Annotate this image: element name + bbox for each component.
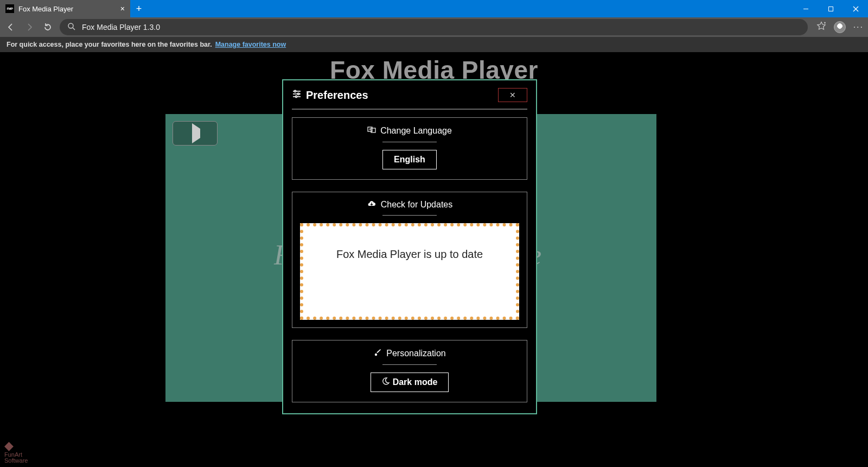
forward-button[interactable] xyxy=(23,22,36,32)
language-select[interactable]: English xyxy=(382,150,437,169)
search-icon xyxy=(67,22,75,32)
language-panel: A Change Language English xyxy=(292,117,527,180)
tab-close-icon[interactable]: × xyxy=(120,4,125,13)
play-button[interactable] xyxy=(173,121,218,146)
personalization-panel: Personalization Dark mode xyxy=(292,340,527,402)
language-label: Change Language xyxy=(380,126,452,136)
moon-icon xyxy=(382,377,390,387)
new-tab-button[interactable]: + xyxy=(130,0,148,17)
close-window-button[interactable] xyxy=(843,0,868,17)
browser-toolbar: Fox Media Player 1.3.0 ··· xyxy=(0,17,868,37)
svg-point-4 xyxy=(68,23,73,28)
favorites-bar-hint: For quick access, place your favorites h… xyxy=(7,41,212,48)
svg-point-17 xyxy=(375,354,377,356)
svg-rect-15 xyxy=(371,128,375,132)
vendor-logo-text: FunArt Software xyxy=(4,452,28,464)
modal-close-button[interactable]: ✕ xyxy=(498,88,527,102)
address-text: Fox Media Player 1.3.0 xyxy=(82,23,160,31)
address-bar[interactable]: Fox Media Player 1.3.0 xyxy=(60,19,808,35)
tab-favicon: FMP xyxy=(5,4,14,13)
close-icon: ✕ xyxy=(509,91,516,99)
favorites-star-icon[interactable] xyxy=(816,21,826,33)
modal-title: Preferences xyxy=(306,89,368,102)
reload-button[interactable] xyxy=(41,22,54,32)
vendor-logo-icon: ◆ xyxy=(4,440,28,452)
app-viewport: Fox Media Player F e Preferences ✕ xyxy=(0,52,868,467)
tab-title: Fox Media Player xyxy=(18,5,73,13)
vendor-logo: ◆ FunArt Software xyxy=(4,440,28,464)
svg-point-9 xyxy=(294,90,296,92)
favorites-bar: For quick access, place your favorites h… xyxy=(0,37,868,52)
updates-label: Check for Updates xyxy=(381,200,453,210)
preferences-modal: Preferences ✕ A Change Language English xyxy=(282,79,537,414)
more-menu-icon[interactable]: ··· xyxy=(853,22,864,32)
svg-rect-1 xyxy=(828,7,833,11)
language-icon: A xyxy=(367,125,376,136)
manage-favorites-link[interactable]: Manage favorites now xyxy=(215,41,286,48)
window-controls xyxy=(793,0,868,17)
svg-point-13 xyxy=(295,96,297,97)
svg-point-11 xyxy=(297,93,299,94)
update-status-text: Fox Media Player is up to date xyxy=(336,248,483,261)
personalization-label: Personalization xyxy=(386,349,445,358)
cloud-download-icon xyxy=(367,200,376,210)
browser-tab[interactable]: FMP Fox Media Player × xyxy=(0,0,130,17)
modal-header: Preferences ✕ xyxy=(292,87,527,110)
maximize-button[interactable] xyxy=(818,0,843,17)
browser-titlebar: FMP Fox Media Player × + xyxy=(0,0,868,17)
back-button[interactable] xyxy=(4,22,17,32)
svg-line-5 xyxy=(73,28,75,30)
svg-text:A: A xyxy=(369,128,371,131)
sliders-icon xyxy=(292,89,302,102)
minimize-button[interactable] xyxy=(793,0,818,17)
profile-avatar[interactable] xyxy=(834,21,846,33)
brush-icon xyxy=(373,348,382,359)
theme-mode-label: Dark mode xyxy=(393,377,438,387)
update-status-box: Fox Media Player is up to date xyxy=(300,223,519,320)
theme-toggle[interactable]: Dark mode xyxy=(371,373,449,392)
play-icon xyxy=(190,129,200,138)
updates-panel: Check for Updates Fox Media Player is up… xyxy=(292,192,527,328)
